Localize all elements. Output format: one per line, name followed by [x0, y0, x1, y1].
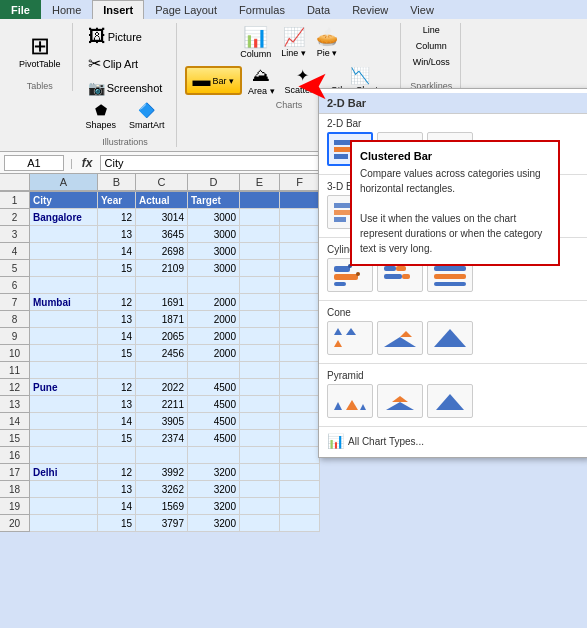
pivot-table-button[interactable]: ⊞ PivotTable	[14, 31, 66, 72]
cell-r11-ce[interactable]	[240, 362, 280, 379]
cell-r8-cd[interactable]: 2000	[188, 311, 240, 328]
cell-r17-cd[interactable]: 3200	[188, 464, 240, 481]
pyramid-stacked-button[interactable]	[377, 384, 423, 418]
cell-r3-ca[interactable]	[30, 226, 98, 243]
cell-r7-ca[interactable]: Mumbai	[30, 294, 98, 311]
cell-r1-ca[interactable]: City	[30, 192, 98, 209]
line-sparkline-button[interactable]: Line	[419, 23, 444, 37]
cell-r14-ce[interactable]	[240, 413, 280, 430]
tab-file[interactable]: File	[0, 0, 41, 19]
cell-r1-ce[interactable]	[240, 192, 280, 209]
cell-r11-cd[interactable]	[188, 362, 240, 379]
cell-r6-cf[interactable]	[280, 277, 320, 294]
cell-r20-ce[interactable]	[240, 515, 280, 532]
cell-r9-ca[interactable]	[30, 328, 98, 345]
cell-r15-cc[interactable]: 2374	[136, 430, 188, 447]
cell-r18-cb[interactable]: 13	[98, 481, 136, 498]
cell-r6-ce[interactable]	[240, 277, 280, 294]
cell-r8-cf[interactable]	[280, 311, 320, 328]
cell-r4-cb[interactable]: 14	[98, 243, 136, 260]
cell-r2-cb[interactable]: 12	[98, 209, 136, 226]
cell-r13-cc[interactable]: 2211	[136, 396, 188, 413]
cell-r15-ca[interactable]	[30, 430, 98, 447]
cell-r12-cf[interactable]	[280, 379, 320, 396]
cell-r9-cc[interactable]: 2065	[136, 328, 188, 345]
tab-review[interactable]: Review	[341, 0, 399, 19]
cell-r19-ce[interactable]	[240, 498, 280, 515]
cell-r19-cd[interactable]: 3200	[188, 498, 240, 515]
tab-home[interactable]: Home	[41, 0, 92, 19]
cell-r8-cc[interactable]: 1871	[136, 311, 188, 328]
cell-r19-cf[interactable]	[280, 498, 320, 515]
cell-r18-ca[interactable]	[30, 481, 98, 498]
all-chart-types-button[interactable]: 📊 All Chart Types...	[319, 429, 587, 453]
winloss-sparkline-button[interactable]: Win/Loss	[409, 55, 454, 69]
cell-r16-ce[interactable]	[240, 447, 280, 464]
cell-r1-cf[interactable]	[280, 192, 320, 209]
screenshot-button[interactable]: 📷 Screenshot	[83, 77, 168, 99]
tab-data[interactable]: Data	[296, 0, 341, 19]
cell-r2-ce[interactable]	[240, 209, 280, 226]
cell-r18-cc[interactable]: 3262	[136, 481, 188, 498]
cell-r18-cd[interactable]: 3200	[188, 481, 240, 498]
cell-r7-cf[interactable]	[280, 294, 320, 311]
cell-r5-ca[interactable]	[30, 260, 98, 277]
cell-r13-ce[interactable]	[240, 396, 280, 413]
cell-r13-ca[interactable]	[30, 396, 98, 413]
cell-r12-cb[interactable]: 12	[98, 379, 136, 396]
cell-r14-cd[interactable]: 4500	[188, 413, 240, 430]
cell-r1-cd[interactable]: Target	[188, 192, 240, 209]
cell-r4-cf[interactable]	[280, 243, 320, 260]
col-header-b[interactable]: B	[98, 174, 136, 191]
col-header-f[interactable]: F	[280, 174, 320, 191]
cell-r15-cf[interactable]	[280, 430, 320, 447]
cell-r4-cc[interactable]: 2698	[136, 243, 188, 260]
cell-r11-ca[interactable]	[30, 362, 98, 379]
cell-r20-cd[interactable]: 3200	[188, 515, 240, 532]
cell-r17-cc[interactable]: 3992	[136, 464, 188, 481]
cell-r2-ca[interactable]: Bangalore	[30, 209, 98, 226]
cell-r5-cc[interactable]: 2109	[136, 260, 188, 277]
cell-r17-ca[interactable]: Delhi	[30, 464, 98, 481]
smartart-button[interactable]: 🔷 SmartArt	[124, 99, 170, 133]
cell-r8-cb[interactable]: 13	[98, 311, 136, 328]
col-header-a[interactable]: A	[30, 174, 98, 191]
cell-r16-cf[interactable]	[280, 447, 320, 464]
cell-r13-cd[interactable]: 4500	[188, 396, 240, 413]
cell-r16-cd[interactable]	[188, 447, 240, 464]
bar-chart-button[interactable]: ▬ Bar ▾	[185, 66, 243, 95]
cell-r3-cd[interactable]: 3000	[188, 226, 240, 243]
cell-r9-cd[interactable]: 2000	[188, 328, 240, 345]
cell-r15-cb[interactable]: 15	[98, 430, 136, 447]
cell-r11-cb[interactable]	[98, 362, 136, 379]
cell-r17-ce[interactable]	[240, 464, 280, 481]
cone-100pct-button[interactable]	[427, 321, 473, 355]
cell-r12-cc[interactable]: 2022	[136, 379, 188, 396]
pyramid-100pct-button[interactable]	[427, 384, 473, 418]
cell-r5-ce[interactable]	[240, 260, 280, 277]
cell-r15-ce[interactable]	[240, 430, 280, 447]
cell-r19-cb[interactable]: 14	[98, 498, 136, 515]
pyramid-clustered-button[interactable]	[327, 384, 373, 418]
cell-r2-cf[interactable]	[280, 209, 320, 226]
cell-r20-cf[interactable]	[280, 515, 320, 532]
cell-r10-ca[interactable]	[30, 345, 98, 362]
col-header-c[interactable]: C	[136, 174, 188, 191]
cell-r4-cd[interactable]: 3000	[188, 243, 240, 260]
cell-r10-cb[interactable]: 15	[98, 345, 136, 362]
col-header-e[interactable]: E	[240, 174, 280, 191]
column-sparkline-button[interactable]: Column	[412, 39, 451, 53]
cell-r14-cf[interactable]	[280, 413, 320, 430]
tab-page-layout[interactable]: Page Layout	[144, 0, 228, 19]
cell-r16-ca[interactable]	[30, 447, 98, 464]
cell-r11-cf[interactable]	[280, 362, 320, 379]
cell-r10-cf[interactable]	[280, 345, 320, 362]
name-box[interactable]: A1	[4, 155, 64, 171]
cell-r20-ca[interactable]	[30, 515, 98, 532]
cell-r4-ca[interactable]	[30, 243, 98, 260]
cell-r13-cf[interactable]	[280, 396, 320, 413]
cell-r6-cb[interactable]	[98, 277, 136, 294]
cone-clustered-button[interactable]	[327, 321, 373, 355]
cell-r16-cb[interactable]	[98, 447, 136, 464]
cell-r18-ce[interactable]	[240, 481, 280, 498]
